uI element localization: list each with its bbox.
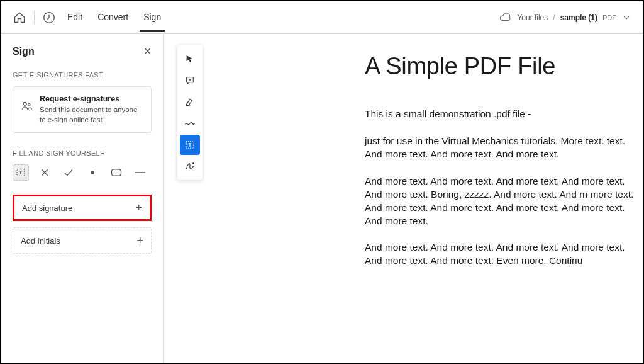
floating-toolbox [177, 45, 203, 180]
breadcrumb-root[interactable]: Your files [517, 13, 548, 22]
breadcrumb-type: PDF [602, 14, 616, 21]
content: Sign ✕ GET E-SIGNATURES FAST Request e-s… [1, 34, 643, 363]
chevron-down-icon[interactable] [621, 13, 631, 23]
close-icon[interactable]: ✕ [143, 45, 152, 57]
doc-paragraph: And more text. And more text. And more t… [365, 241, 643, 268]
section-esign-label: GET E-SIGNATURES FAST [13, 71, 152, 79]
svg-point-4 [91, 171, 94, 174]
doc-paragraph: just for use in the Virtual Mechanics tu… [365, 135, 643, 161]
navigate-history-icon[interactable] [42, 11, 56, 25]
add-signature-button[interactable]: Add signature + [13, 195, 152, 221]
doc-paragraph: This is a small demonstration .pdf file … [365, 108, 643, 121]
panel-title: Sign [13, 46, 35, 57]
comment-tool-icon[interactable] [180, 71, 200, 91]
svg-point-1 [23, 102, 26, 105]
draw-tool-icon[interactable] [180, 113, 200, 134]
sign-panel: Sign ✕ GET E-SIGNATURES FAST Request e-s… [1, 34, 164, 363]
home-icon[interactable] [13, 11, 26, 25]
svg-point-8 [193, 163, 194, 164]
add-initials-button[interactable]: Add initials + [13, 227, 152, 254]
users-icon [21, 100, 33, 112]
section-fill-label: FILL AND SIGN YOURSELF [13, 149, 152, 157]
app-window: Edit Convert Sign Your files / sample (1… [0, 0, 644, 364]
select-tool-icon[interactable] [180, 49, 200, 69]
tool-rounded-rect-icon[interactable] [108, 164, 125, 181]
separator [34, 11, 35, 25]
plus-icon: + [135, 202, 142, 215]
doc-paragraph: And more text. And more text. And more t… [365, 175, 643, 228]
fill-tool-row [13, 164, 152, 181]
panel-header: Sign ✕ [13, 45, 152, 57]
tab-convert[interactable]: Convert [94, 3, 132, 32]
highlight-tool-icon[interactable] [180, 92, 200, 112]
textbox-tool-icon[interactable] [180, 135, 200, 155]
svg-rect-5 [112, 169, 121, 176]
tool-dot-icon[interactable] [84, 164, 101, 181]
add-signature-label: Add signature [22, 203, 72, 213]
breadcrumb-sep: / [553, 13, 555, 22]
tab-edit[interactable]: Edit [64, 3, 86, 32]
tool-textbox-icon[interactable] [13, 164, 29, 181]
request-desc: Send this document to anyone to e-sign o… [40, 105, 143, 125]
tool-check-icon[interactable] [60, 164, 77, 181]
tool-line-icon[interactable] [132, 164, 148, 181]
request-title: Request e-signatures [40, 94, 143, 103]
svg-point-2 [28, 104, 31, 106]
cloud-icon [499, 12, 511, 23]
breadcrumb: Your files / sample (1) PDF [499, 12, 631, 23]
document-canvas[interactable]: A Simple PDF File This is a small demons… [164, 34, 643, 363]
tool-x-icon[interactable] [36, 164, 53, 181]
doc-title: A Simple PDF File [365, 53, 643, 80]
request-esignatures-card[interactable]: Request e-signatures Send this document … [13, 86, 152, 133]
add-initials-label: Add initials [21, 236, 60, 246]
sign-tool-icon[interactable] [180, 156, 200, 176]
document-content: A Simple PDF File This is a small demons… [302, 53, 643, 282]
topbar-left: Edit Convert Sign [13, 3, 165, 32]
breadcrumb-file[interactable]: sample (1) [560, 13, 597, 22]
plus-icon: + [136, 234, 143, 247]
topbar: Edit Convert Sign Your files / sample (1… [1, 1, 643, 34]
tab-sign[interactable]: Sign [140, 3, 165, 32]
